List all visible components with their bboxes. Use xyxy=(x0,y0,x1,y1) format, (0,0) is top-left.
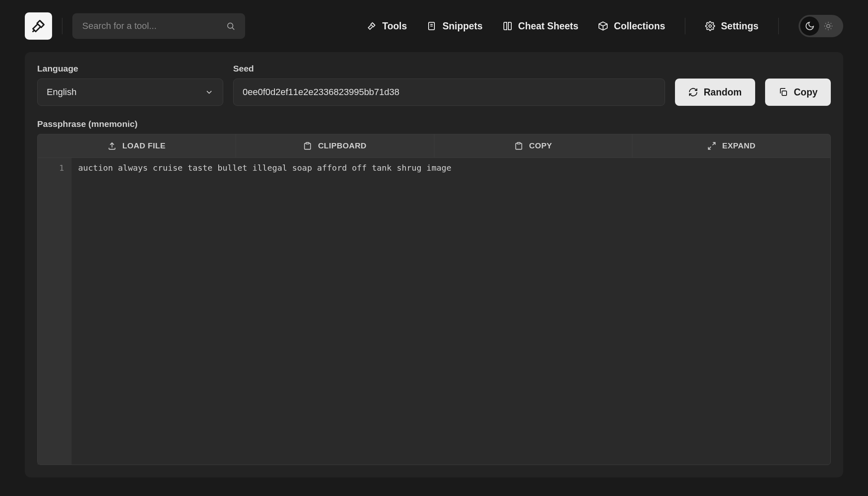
expand-icon xyxy=(707,141,716,150)
search-box[interactable] xyxy=(72,13,245,39)
copy-button[interactable]: COPY xyxy=(434,134,633,157)
divider xyxy=(685,18,685,34)
book-icon xyxy=(503,21,513,31)
button-label: CLIPBOARD xyxy=(318,141,366,150)
top-controls: Language English Seed Random Copy xyxy=(37,64,831,106)
nav-snippets[interactable]: Snippets xyxy=(427,21,482,32)
svg-rect-8 xyxy=(306,143,309,144)
chevron-down-icon xyxy=(205,88,214,97)
line-gutter: 1 xyxy=(38,158,72,465)
language-label: Language xyxy=(37,64,223,74)
button-label: COPY xyxy=(529,141,552,150)
svg-point-0 xyxy=(228,23,233,29)
nav-settings[interactable]: Settings xyxy=(705,21,758,32)
theme-light-side xyxy=(823,21,833,31)
seed-input-wrap[interactable] xyxy=(233,79,665,106)
button-label: EXPAND xyxy=(722,141,756,150)
nav-label: Snippets xyxy=(442,21,482,32)
divider xyxy=(778,18,779,34)
tools-cross-icon xyxy=(30,18,47,34)
tools-icon xyxy=(367,21,377,31)
nav-label: Tools xyxy=(382,21,407,32)
nav-label: Settings xyxy=(721,21,758,32)
svg-rect-9 xyxy=(517,143,520,144)
passphrase-label: Passphrase (mnemonic) xyxy=(37,119,831,129)
moon-icon xyxy=(805,21,815,31)
nav-collections[interactable]: Collections xyxy=(598,21,665,32)
button-label: Random xyxy=(704,87,742,98)
nav-label: Cheat Sheets xyxy=(518,21,579,32)
language-value: English xyxy=(47,87,76,98)
svg-point-4 xyxy=(709,25,711,27)
clipboard-icon xyxy=(514,141,523,150)
nav-tools[interactable]: Tools xyxy=(367,21,407,32)
search-input[interactable] xyxy=(82,21,226,31)
line-number: 1 xyxy=(38,163,64,173)
random-button[interactable]: Random xyxy=(675,79,755,106)
editor-toolbar: LOAD FILE CLIPBOARD COPY EXPAND xyxy=(37,134,831,157)
button-label: Copy xyxy=(794,87,818,98)
nav-cheat-sheets[interactable]: Cheat Sheets xyxy=(503,21,579,32)
button-label: LOAD FILE xyxy=(122,141,166,150)
theme-toggle[interactable] xyxy=(799,15,843,37)
seed-field: Seed xyxy=(233,64,665,106)
copy-seed-button[interactable]: Copy xyxy=(765,79,831,106)
main-nav: Tools Snippets Cheat Sheets Collections … xyxy=(367,15,843,37)
language-select[interactable]: English xyxy=(37,79,223,106)
refresh-icon xyxy=(688,87,698,97)
app-header: Tools Snippets Cheat Sheets Collections … xyxy=(0,0,868,52)
clipboard-button[interactable]: CLIPBOARD xyxy=(236,134,434,157)
app-logo[interactable] xyxy=(25,12,52,40)
svg-line-11 xyxy=(708,147,711,149)
main-panel: Language English Seed Random Copy Passph… xyxy=(25,52,843,477)
theme-dark-knob xyxy=(800,17,819,36)
seed-label: Seed xyxy=(233,64,665,74)
clipboard-icon xyxy=(303,141,312,150)
passphrase-editor[interactable]: 1 auction always cruise taste bullet ill… xyxy=(37,157,831,465)
expand-button[interactable]: EXPAND xyxy=(632,134,830,157)
seed-input[interactable] xyxy=(243,87,656,98)
nav-label: Collections xyxy=(614,21,665,32)
gear-icon xyxy=(705,21,715,31)
svg-rect-6 xyxy=(782,91,787,95)
svg-point-5 xyxy=(827,24,830,28)
divider xyxy=(62,18,62,34)
load-file-button[interactable]: LOAD FILE xyxy=(38,134,236,157)
passphrase-content[interactable]: auction always cruise taste bullet illeg… xyxy=(72,158,830,465)
upload-icon xyxy=(107,141,117,150)
svg-line-10 xyxy=(713,143,715,145)
language-field: Language English xyxy=(37,64,223,106)
snippet-icon xyxy=(427,21,436,31)
search-icon xyxy=(226,21,235,31)
box-icon xyxy=(598,21,608,31)
copy-icon xyxy=(778,87,788,97)
sun-icon xyxy=(823,21,833,31)
